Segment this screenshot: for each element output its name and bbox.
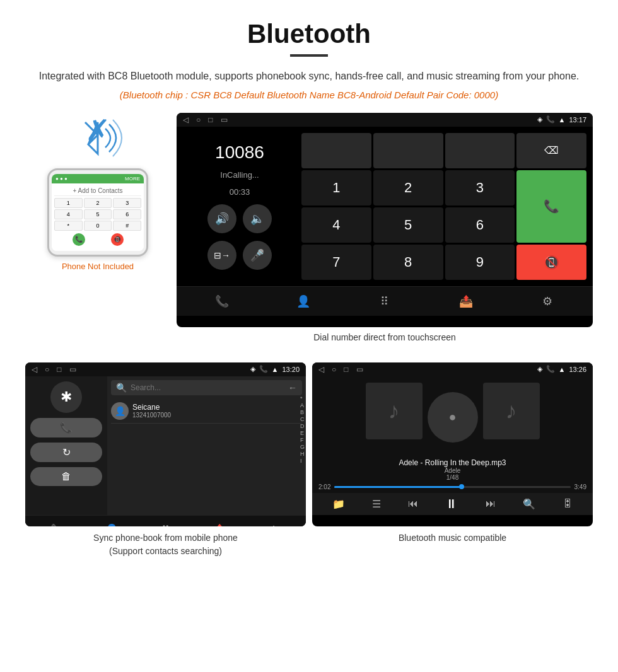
- top-section: ✗ ● ● ● MORE: [25, 113, 593, 352]
- contacts-nav-settings[interactable]: ⚙: [261, 521, 286, 526]
- alpha-e: E: [300, 430, 305, 436]
- transfer-button[interactable]: ⊟→: [207, 241, 236, 270]
- nav-transfer-icon[interactable]: 📤: [453, 292, 479, 311]
- delete-sidebar-button[interactable]: 🗑: [30, 467, 102, 486]
- nav-contacts-icon[interactable]: 👤: [291, 292, 316, 311]
- contacts-search-input[interactable]: [131, 383, 284, 392]
- phone-key-6[interactable]: 6: [113, 209, 141, 219]
- dial-key-empty1: [301, 133, 371, 168]
- notification-icon: ▭: [221, 115, 228, 124]
- phone-call-button[interactable]: 📞: [73, 233, 85, 246]
- location-icon: ◈: [537, 115, 542, 124]
- contacts-body: ✱ 📞 ↻ 🗑 🔍 ← 👤: [25, 376, 306, 515]
- contacts-nav-transfer[interactable]: 📤: [207, 521, 232, 526]
- alpha-index: * A B C D E F G H I: [300, 395, 305, 515]
- music-note-left-icon: ♪: [388, 398, 400, 424]
- dial-key-empty2: [373, 133, 443, 168]
- music-list-button[interactable]: ☰: [372, 498, 381, 510]
- music-eq-button[interactable]: 🎛: [563, 498, 573, 509]
- contacts-statusbar: ◁ ○ □ ▭ ◈ 📞 ▲ 13:20: [25, 362, 306, 376]
- contacts-nav-grid[interactable]: ⠿: [153, 521, 178, 526]
- music-android-screen: ◁ ○ □ ▭ ◈ 📞 ▲ 13:26 ♪: [312, 362, 593, 526]
- music-play-button[interactable]: ⏸: [445, 497, 458, 511]
- music-caption: Bluetooth music compatible: [312, 531, 593, 545]
- music-info: Adele - Rolling In the Deep.mp3 Adele 1/…: [312, 458, 593, 481]
- music-notif-icon: ▭: [356, 365, 363, 374]
- phone-key-0[interactable]: 0: [84, 221, 112, 231]
- music-statusbar: ◁ ○ □ ▭ ◈ 📞 ▲ 13:26: [312, 362, 593, 376]
- music-statusbar-left: ◁ ○ □ ▭: [318, 365, 363, 374]
- volume-up-button[interactable]: 🔊: [207, 204, 236, 233]
- android-dial-body: 10086 InCalling... 00:33 🔊 🔈 ⊟→ 🎤: [177, 127, 593, 286]
- phone-key-3[interactable]: 3: [113, 198, 141, 208]
- dial-left: 10086 InCalling... 00:33 🔊 🔈 ⊟→ 🎤: [183, 133, 296, 280]
- contacts-sidebar: ✱ 📞 ↻ 🗑: [25, 376, 107, 515]
- phone-key-5[interactable]: 5: [84, 209, 112, 219]
- music-progress-fill: [334, 486, 464, 488]
- dial-key-3[interactable]: 3: [445, 170, 515, 206]
- contacts-signal-icon: ▲: [272, 366, 279, 373]
- call-sidebar-button[interactable]: 📞: [30, 418, 102, 437]
- contacts-notif-icon: ▭: [69, 365, 76, 374]
- nav-settings-icon[interactable]: ⚙: [535, 292, 560, 311]
- contacts-statusbar-right: ◈ 📞 ▲ 13:20: [250, 365, 300, 373]
- sync-sidebar-button[interactable]: ↻: [30, 443, 102, 462]
- music-search-button[interactable]: 🔍: [523, 498, 535, 510]
- dial-key-6[interactable]: 6: [445, 207, 515, 243]
- phone-key-4[interactable]: 4: [54, 209, 83, 219]
- volume-down-button[interactable]: 🔈: [243, 204, 272, 233]
- music-folder-button[interactable]: 📁: [332, 498, 345, 510]
- dial-key-2[interactable]: 2: [373, 170, 443, 206]
- music-home-icon: ○: [332, 365, 336, 374]
- contact-list-item[interactable]: 👤 Seicane 13241007000: [111, 399, 302, 424]
- phone-key-2[interactable]: 2: [84, 198, 112, 208]
- music-statusbar-right: ◈ 📞 ▲ 13:26: [537, 365, 586, 373]
- phone-key-hash[interactable]: #: [113, 221, 141, 231]
- dial-key-4[interactable]: 4: [301, 207, 371, 243]
- music-location-icon: ◈: [537, 365, 542, 373]
- nav-phone-icon[interactable]: 📞: [209, 292, 235, 311]
- phone-key-1[interactable]: 1: [54, 198, 83, 208]
- android-navbar: 📞 👤 ⠿ 📤 ⚙: [177, 286, 593, 316]
- bottom-section: ◁ ○ □ ▭ ◈ 📞 ▲ 13:20 ✱: [25, 362, 593, 558]
- android-statusbar: ◁ ○ □ ▭ ◈ 📞 ▲ 13:17: [177, 113, 593, 127]
- dial-call-button[interactable]: 📞: [516, 170, 586, 243]
- statusbar-right: ◈ 📞 ▲ 13:17: [537, 115, 586, 124]
- music-call-icon: 📞: [546, 365, 555, 373]
- music-screen-wrap: ◁ ○ □ ▭ ◈ 📞 ▲ 13:26 ♪: [312, 362, 593, 558]
- contacts-search-bar[interactable]: 🔍 ←: [111, 380, 302, 395]
- phone-more-label: MORE: [125, 176, 140, 182]
- contacts-android-screen: ◁ ○ □ ▭ ◈ 📞 ▲ 13:20 ✱: [25, 362, 306, 526]
- dial-end-button[interactable]: 📵: [516, 245, 586, 280]
- music-progress-track[interactable]: [334, 486, 570, 488]
- dial-key-1[interactable]: 1: [301, 170, 371, 206]
- dial-key-7[interactable]: 7: [301, 245, 371, 280]
- phone-screen: ● ● ● MORE + Add to Contacts 1 2 3 4 5 6…: [52, 174, 144, 251]
- bluetooth-symbol-icon: ✗: [85, 113, 110, 148]
- dial-key-8[interactable]: 8: [373, 245, 443, 280]
- phone-key-star[interactable]: *: [54, 221, 83, 231]
- dial-key-5[interactable]: 5: [373, 207, 443, 243]
- contacts-home-icon: ○: [45, 365, 49, 374]
- status-time: 13:17: [569, 116, 586, 124]
- contacts-call-icon: 📞: [259, 365, 268, 373]
- music-next-button[interactable]: ⏭: [486, 498, 496, 509]
- contacts-nav-user[interactable]: 👤: [99, 521, 124, 526]
- music-note-right-icon: ♪: [506, 398, 517, 424]
- dial-delete-button[interactable]: ⌫: [516, 133, 586, 168]
- music-center-dot-icon: ●: [448, 410, 456, 424]
- dial-timer: 00:33: [230, 187, 250, 197]
- phone-end-button[interactable]: 📵: [111, 233, 124, 246]
- contacts-nav-phone[interactable]: 📞: [45, 521, 70, 526]
- music-prev-button[interactable]: ⏮: [408, 498, 418, 509]
- bluetooth-icon-area: ✗: [66, 113, 129, 163]
- title-underline: [290, 54, 328, 57]
- music-title: Adele - Rolling In the Deep.mp3: [318, 458, 586, 467]
- alpha-f: F: [300, 437, 305, 443]
- mute-button[interactable]: 🎤: [243, 241, 272, 270]
- dial-key-9[interactable]: 9: [445, 245, 515, 280]
- dial-action-btns: 🔊 🔈: [207, 204, 272, 233]
- phone-bottom-btns: 📞 📵: [54, 231, 141, 248]
- nav-dialpad-icon[interactable]: ⠿: [372, 292, 397, 311]
- dial-caption: Dial number direct from touchscreen: [177, 332, 593, 342]
